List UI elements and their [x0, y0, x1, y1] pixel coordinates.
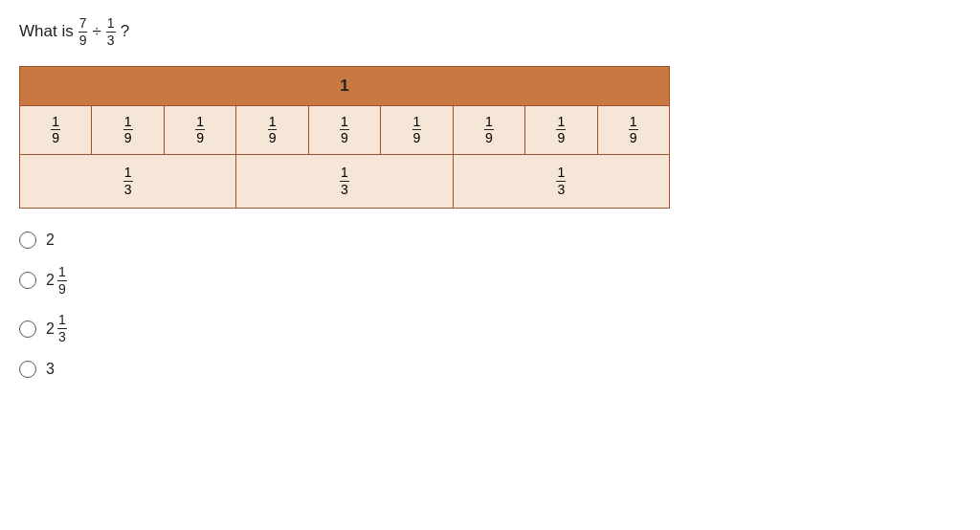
third-cell-3: 13 — [454, 155, 669, 208]
radio-2-1-9[interactable] — [19, 272, 36, 289]
question-suffix: ? — [121, 22, 129, 41]
mixed-whole-2: 2 — [46, 320, 55, 338]
ninths-row: 19 19 19 19 19 19 19 19 19 — [20, 106, 669, 156]
choice-label-2: 2 — [46, 232, 55, 249]
mixed-fraction-2: 1 3 — [57, 312, 67, 345]
ninth-cell-7: 19 — [454, 106, 525, 155]
question-prefix: What is — [19, 22, 74, 41]
operator: ÷ — [92, 22, 100, 41]
ninth-cell-5: 19 — [309, 106, 381, 155]
ninth-cell-4: 19 — [236, 106, 308, 155]
ninth-cell-3: 19 — [165, 106, 236, 155]
whole-row: 1 — [20, 67, 669, 106]
fraction2: 1 3 — [106, 15, 116, 49]
thirds-row: 13 13 13 — [20, 155, 669, 208]
ninth-cell-2: 19 — [92, 106, 164, 155]
whole-label: 1 — [340, 77, 348, 95]
radio-2-1-3[interactable] — [19, 320, 36, 338]
choice-item-2-1-9[interactable]: 2 1 9 — [19, 264, 961, 298]
choice-label-3: 3 — [46, 361, 55, 378]
ninth-cell-9: 19 — [598, 106, 669, 155]
choice-item-3[interactable]: 3 — [19, 361, 961, 378]
fraction-bar-diagram: 1 19 19 19 19 19 19 19 19 19 — [19, 66, 670, 209]
choice-2-text: 2 — [46, 232, 55, 249]
radio-3[interactable] — [19, 361, 36, 378]
third-cell-1: 13 — [20, 155, 236, 208]
third-cell-2: 13 — [236, 155, 453, 208]
choice-label-2-1-9: 2 1 9 — [46, 264, 68, 298]
choice-item-2-1-3[interactable]: 2 1 3 — [19, 312, 961, 345]
choice-label-2-1-3: 2 1 3 — [46, 312, 68, 345]
ninth-cell-8: 19 — [525, 106, 597, 155]
choice-3-text: 3 — [46, 361, 55, 378]
answer-choices: 2 2 1 9 2 1 3 — [19, 232, 961, 378]
mixed-whole-1: 2 — [46, 272, 55, 289]
radio-2[interactable] — [19, 232, 36, 249]
choice-item-2[interactable]: 2 — [19, 232, 961, 249]
ninth-cell-1: 19 — [20, 106, 92, 155]
question-text: What is 7 9 ÷ 1 3 ? — [19, 15, 961, 49]
fraction1: 7 9 — [78, 15, 88, 49]
mixed-fraction-1: 1 9 — [57, 264, 67, 298]
ninth-cell-6: 19 — [381, 106, 453, 155]
